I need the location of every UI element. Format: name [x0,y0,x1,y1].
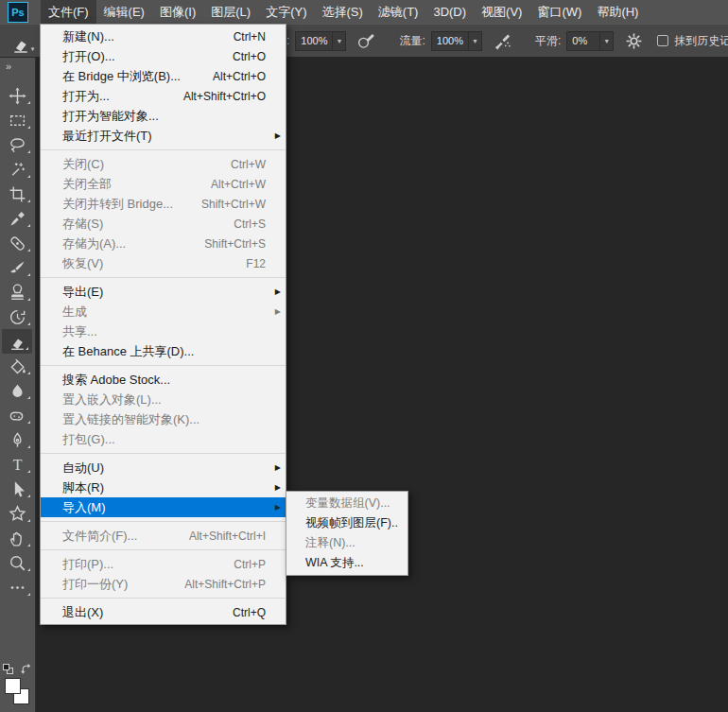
file-menu-item[interactable]: 恢复(V)F12 [41,253,286,273]
move-icon [9,87,26,105]
file-menu-item[interactable]: 导出(E)▶ [41,282,286,302]
file-menu-item[interactable]: 关闭并转到 Bridge...Shift+Ctrl+W [41,194,286,214]
file-menu-item[interactable]: 新建(N)...Ctrl+N [41,26,286,46]
spot-healing-brush-tool[interactable] [0,231,34,255]
menubar-item[interactable]: 窗口(W) [529,0,589,24]
collapse-panel-button[interactable]: » [0,58,35,75]
menubar-item[interactable]: 文字(Y) [258,0,314,24]
default-colors-icon[interactable] [3,664,13,674]
airbrush-icon[interactable] [493,31,512,50]
quick-selection-tool[interactable] [0,157,34,182]
smoothing-value: 0% [567,35,599,46]
lasso-icon [9,136,26,154]
file-menu-item-import[interactable]: 导入(M)▶ [41,497,286,517]
file-menu-item[interactable]: 关闭全部Alt+Ctrl+W [41,174,286,194]
smoothing-dropdown[interactable]: 0% ▼ [566,31,614,51]
eraser-icon [9,333,26,351]
pen-icon [9,431,26,449]
crop-tool[interactable] [0,182,34,206]
lasso-tool[interactable] [0,132,34,157]
rectangular-marquee-tool[interactable] [0,108,34,132]
smoothing-label: 平滑: [535,33,561,49]
file-menu-item[interactable]: 退出(X)Ctrl+Q [41,602,286,622]
file-menu-item[interactable]: 在 Behance 上共享(D)... [41,341,286,361]
eraser-tool[interactable] [2,329,32,354]
opacity-dropdown[interactable]: 100% ▼ [295,31,346,51]
file-menu-item[interactable]: 最近打开文件(T)▶ [41,126,286,146]
import-submenu-item[interactable]: 视频帧到图层(F)... [286,513,407,533]
file-menu-item[interactable]: 打开为...Alt+Shift+Ctrl+O [41,86,286,106]
pen-tool[interactable] [0,427,34,452]
file-menu-item[interactable]: 存储为(A)...Shift+Ctrl+S [41,234,286,253]
file-menu-item[interactable]: 置入嵌入对象(L)... [41,390,286,409]
flow-dropdown[interactable]: 100% ▼ [431,31,482,51]
file-menu-item[interactable]: 文件简介(F)...Alt+Shift+Ctrl+I [41,526,286,546]
file-menu-item[interactable]: 打开(O)...Ctrl+O [41,46,286,66]
file-menu-item[interactable]: 置入链接的智能对象(K)... [41,409,286,429]
pressure-opacity-icon[interactable] [356,31,376,50]
menubar-item[interactable]: 滤镜(T) [371,0,426,24]
edit-toolbar-tool[interactable] [0,575,34,599]
path-selection-tool[interactable] [0,477,34,501]
file-menu-item[interactable]: 打开为智能对象... [41,106,286,126]
gear-icon[interactable] [625,32,643,50]
type-tool[interactable]: T [0,452,34,477]
menubar-item[interactable]: 图像(I) [152,0,203,24]
file-menu-item[interactable]: 共享... [41,321,286,341]
history-brush-tool[interactable] [0,304,34,329]
custom-shape-icon [9,505,26,523]
file-menu-item[interactable]: 打包(G)... [41,429,286,449]
file-menu-item[interactable]: 打印一份(Y)Alt+Shift+Ctrl+P [41,574,286,594]
paint-bucket-icon [9,357,26,375]
move-tool[interactable] [0,83,34,108]
chevron-down-icon[interactable]: ▼ [599,32,613,50]
import-submenu: 变量数据组(V)...视频帧到图层(F)...注释(N)...WIA 支持... [286,491,408,576]
swap-colors-icon[interactable] [20,663,32,675]
clone-stamp-tool[interactable] [0,280,34,304]
file-menu-item[interactable]: 存储(S)Ctrl+S [41,214,286,234]
menubar-item[interactable]: 图层(L) [203,0,258,24]
menubar-item[interactable]: 帮助(H) [589,0,646,24]
foreground-color-swatch[interactable] [5,678,21,694]
file-menu-item[interactable]: 自动(U)▶ [41,458,286,478]
file-menu-item[interactable]: 生成▶ [41,302,286,321]
import-submenu-item[interactable]: 变量数据组(V)... [286,494,407,513]
hand-icon [9,530,26,547]
erase-to-history-checkbox[interactable] [657,35,668,46]
menubar-item[interactable]: 选择(S) [314,0,370,24]
import-submenu-item[interactable]: 注释(N)... [286,533,407,553]
hand-tool[interactable] [0,526,34,550]
file-menu-item[interactable]: 搜索 Adobe Stock... [41,370,286,390]
chevron-down-icon[interactable]: ▼ [332,32,345,50]
menu-separator [41,453,286,454]
file-menu-item[interactable]: 在 Bridge 中浏览(B)...Alt+Ctrl+O [41,66,286,86]
sponge-tool[interactable] [0,403,34,427]
import-submenu-item[interactable]: WIA 支持... [286,553,407,573]
menu-separator [41,549,286,550]
custom-shape-tool[interactable] [0,501,34,526]
paint-bucket-tool[interactable] [0,354,34,378]
submenu-arrow-icon: ▶ [269,503,281,512]
svg-text:T: T [12,456,22,472]
chevron-down-icon[interactable]: ▼ [468,32,481,50]
menubar-item[interactable]: 文件(F) [41,0,96,24]
tools-panel: » T [0,58,36,712]
flow-value: 100% [432,35,468,46]
menu-separator [41,521,286,522]
menubar-item[interactable]: 视图(V) [474,0,529,24]
path-selection-icon [9,480,26,498]
file-menu-item[interactable]: 脚本(R)▶ [41,478,286,497]
history-brush-icon [9,308,26,326]
photoshop-logo: Ps [8,2,28,23]
brush-tool[interactable] [0,255,34,280]
menubar-item[interactable]: 3D(D) [425,0,474,24]
menu-separator [41,277,286,278]
file-menu-item[interactable]: 打印(P)...Ctrl+P [41,554,286,574]
eyedropper-tool[interactable] [0,206,34,231]
zoom-tool[interactable] [0,550,34,575]
sponge-icon [9,407,26,425]
menubar-item[interactable]: 编辑(E) [96,0,152,24]
brush-icon [9,259,26,277]
file-menu-item[interactable]: 关闭(C)Ctrl+W [41,154,286,174]
blur-tool[interactable] [0,378,34,403]
